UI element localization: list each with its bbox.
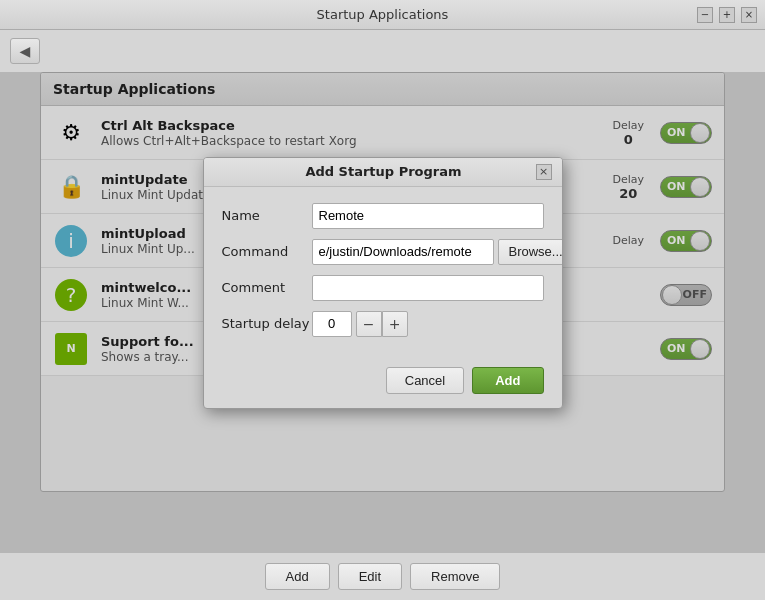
dialog-title: Add Startup Program: [232, 164, 536, 179]
title-bar: Startup Applications − + ×: [0, 0, 765, 30]
dialog-overlay: Add Startup Program × Name Command: [0, 72, 765, 553]
dialog-title-bar: Add Startup Program ×: [204, 158, 562, 187]
name-label: Name: [222, 208, 312, 223]
comment-row: Comment: [222, 275, 544, 301]
add-startup-dialog: Add Startup Program × Name Command: [203, 157, 563, 409]
remove-button[interactable]: Remove: [410, 563, 500, 590]
bottom-bar: Add Edit Remove: [0, 553, 765, 600]
comment-input[interactable]: [312, 275, 544, 301]
edit-button[interactable]: Edit: [338, 563, 402, 590]
dialog-footer: Cancel Add: [204, 359, 562, 408]
add-bottom-button[interactable]: Add: [265, 563, 330, 590]
startup-delay-row: Startup delay − +: [222, 311, 544, 337]
delay-decrement-button[interactable]: −: [356, 311, 382, 337]
delay-input[interactable]: [312, 311, 352, 337]
back-button[interactable]: ◀: [10, 38, 40, 64]
window-controls: − + ×: [697, 7, 757, 23]
add-button[interactable]: Add: [472, 367, 543, 394]
back-arrow-icon: ◀: [20, 43, 31, 59]
startup-delay-label: Startup delay: [222, 316, 312, 331]
comment-label: Comment: [222, 280, 312, 295]
window-title: Startup Applications: [68, 7, 697, 22]
maximize-button[interactable]: +: [719, 7, 735, 23]
command-input[interactable]: [312, 239, 494, 265]
toolbar: ◀: [0, 30, 765, 72]
name-input[interactable]: [312, 203, 544, 229]
content-area: Startup Applications ⚙ Ctrl Alt Backspac…: [0, 72, 765, 553]
minimize-button[interactable]: −: [697, 7, 713, 23]
main-window: Startup Applications − + × ◀ Startup App…: [0, 0, 765, 600]
browse-button[interactable]: Browse...: [498, 239, 563, 265]
command-row: Command Browse...: [222, 239, 544, 265]
close-button[interactable]: ×: [741, 7, 757, 23]
command-label: Command: [222, 244, 312, 259]
command-input-group: Browse...: [312, 239, 563, 265]
name-row: Name: [222, 203, 544, 229]
dialog-body: Name Command Browse... Comment: [204, 187, 562, 359]
dialog-close-button[interactable]: ×: [536, 164, 552, 180]
cancel-button[interactable]: Cancel: [386, 367, 464, 394]
delay-increment-button[interactable]: +: [382, 311, 408, 337]
